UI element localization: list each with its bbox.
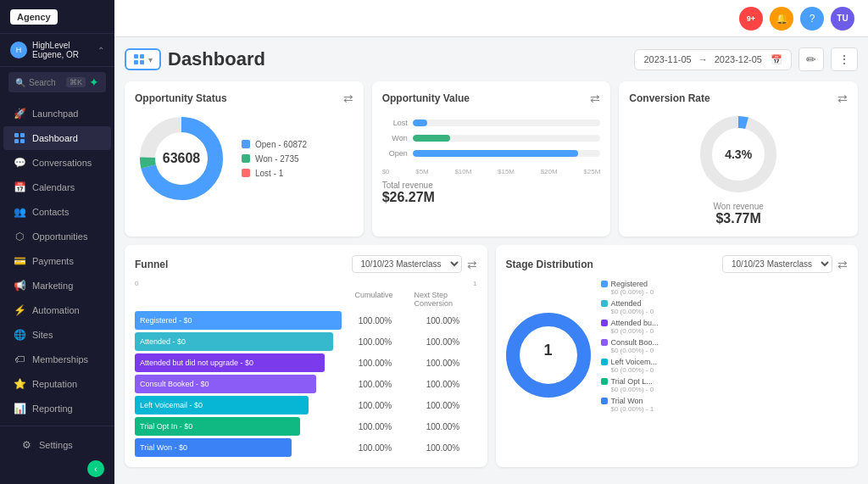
legend-label: Attended (611, 299, 654, 308)
sidebar-item-memberships[interactable]: 🏷 Memberships (3, 348, 111, 371)
edit-button[interactable]: ✏ (798, 47, 824, 71)
top-cards-row: Opportunity Status ⇄ 63608 (125, 81, 858, 236)
bar-fill-lost (413, 120, 428, 126)
sidebar-item-reporting[interactable]: 📊 Reporting (3, 397, 111, 420)
funnel-controls: 10/10/23 Masterclass ⇄ (352, 255, 477, 273)
legend-dot (601, 359, 608, 365)
conversations-icon: 💬 (14, 157, 25, 169)
sidebar-item-conversations[interactable]: 💬 Conversations (3, 151, 111, 175)
funnel-row-6: Trial Won - $0 100.00% 100.00% (135, 438, 477, 457)
settings-icon: ⚙ (20, 439, 32, 451)
value-footer: Total revenue $26.27M (382, 181, 601, 205)
opp-status-content: 63608 Open - 60872 Won - 2735 (135, 112, 353, 205)
notifications-button[interactable]: 9+ (739, 7, 763, 31)
opportunity-value-card: Opportunity Value ⇄ Lost Won (372, 81, 611, 236)
stage-controls: 10/10/23 Masterclass ⇄ (722, 255, 848, 273)
sidebar-item-marketing[interactable]: 📢 Marketing (3, 274, 111, 298)
svg-rect-2 (14, 139, 19, 143)
search-box[interactable]: 🔍 Search ⌘K ✦ (8, 72, 106, 92)
account-chevron-icon: ⌃ (97, 46, 104, 55)
funnel-bar: Left Voicemail - $0 (135, 396, 309, 414)
svg-rect-4 (134, 54, 138, 58)
sidebar-item-label: Launchpad (32, 108, 78, 119)
legend-sub: $0 (0.00%) - 0 (611, 386, 654, 393)
sidebar-item-settings[interactable]: ⚙ Settings (10, 433, 104, 457)
dashboard-view-toggle[interactable]: ▾ (125, 48, 161, 70)
sidebar-item-dashboard[interactable]: Dashboard (3, 126, 111, 150)
filter-icon[interactable]: ⇄ (343, 92, 353, 105)
funnel-table-header: Cumulative Next Step Conversion (135, 291, 477, 308)
card-title: Opportunity Value (382, 92, 470, 104)
sidebar-item-opportunities[interactable]: ⬡ Opportunities (3, 225, 111, 248)
funnel-row-3: Consult Booked - $0 100.00% 100.00% (135, 375, 477, 393)
sidebar-item-payments[interactable]: 💳 Payments (3, 249, 111, 273)
legend-dot (601, 281, 608, 287)
sidebar-item-label: Reporting (32, 403, 73, 414)
legend-item-3: Consult Boo... $0 (0.00%) - 0 (601, 338, 659, 354)
calendars-icon: 📅 (14, 181, 25, 193)
x-label-1: $5M (415, 168, 429, 175)
scale-end: 1 (473, 280, 476, 287)
stage-title: Stage Distribution (506, 259, 593, 270)
legend-sub: $0 (0.00%) - 0 (611, 366, 658, 374)
sidebar-search-area: 🔍 Search ⌘K ✦ (0, 67, 114, 97)
sidebar-item-contacts[interactable]: 👥 Contacts (3, 200, 111, 224)
card-header: Opportunity Status ⇄ (135, 92, 353, 105)
help-button[interactable]: ? (800, 7, 824, 31)
sidebar-item-launchpad[interactable]: 🚀 Launchpad (3, 102, 111, 125)
account-info: H HighLevel Eugene, OR (10, 41, 79, 59)
expand-collapse-button[interactable]: ‹ (87, 460, 104, 477)
sidebar-item-label: Payments (32, 256, 74, 266)
stage-center-label: 1 (543, 341, 552, 359)
funnel-select[interactable]: 10/10/23 Masterclass (352, 255, 462, 273)
opportunities-icon: ⬡ (14, 231, 25, 242)
legend-label-open: Open - 60872 (255, 140, 307, 149)
conversion-rate-label: 4.3% (725, 147, 752, 161)
bar-label-lost: Lost (382, 119, 408, 127)
legend-label: Consult Boo... (611, 338, 659, 347)
legend-label-won: Won - 2735 (255, 154, 299, 164)
bell-button[interactable]: 🔔 (770, 7, 793, 31)
card-header: Opportunity Value ⇄ (382, 92, 601, 105)
legend-dot-won (242, 154, 250, 163)
svg-rect-5 (140, 54, 144, 58)
stage-select[interactable]: 10/10/23 Masterclass (722, 255, 832, 273)
legend-item-open: Open - 60872 (242, 140, 307, 149)
bar-track (413, 135, 601, 142)
horizontal-bar-chart: Lost Won Open (382, 112, 601, 164)
sidebar-item-label: Dashboard (32, 133, 78, 143)
filter-icon[interactable]: ⇄ (590, 92, 600, 105)
legend-sub: $0 (0.00%) - 0 (611, 288, 654, 296)
dashboard-content: ▾ Dashboard 2023-11-05 → 2023-12-05 📅 ✏ … (114, 37, 868, 484)
user-menu-button[interactable]: TU (831, 7, 854, 31)
bar-label-won: Won (382, 134, 408, 142)
sidebar-item-label: Memberships (32, 354, 88, 364)
filter-icon[interactable]: ⇄ (837, 92, 848, 105)
funnel-cumulative: 100.00% (342, 337, 409, 347)
filter-icon[interactable]: ⇄ (467, 258, 477, 271)
funnel-bar: Trial Opt In - $0 (135, 417, 300, 436)
legend-item-6: Trial Won $0 (0.00%) - 1 (601, 397, 659, 413)
more-options-button[interactable]: ⋮ (831, 47, 858, 71)
sidebar-item-label: Opportunities (32, 231, 87, 242)
legend-dot (601, 378, 608, 385)
stage-donut: 1 (506, 304, 591, 389)
sidebar-item-calendars[interactable]: 📅 Calendars (3, 175, 111, 199)
bar-row-won: Won (382, 134, 601, 142)
memberships-icon: 🏷 (14, 353, 25, 365)
sidebar-account[interactable]: H HighLevel Eugene, OR ⌃ (0, 34, 114, 67)
sidebar-item-sites[interactable]: 🌐 Sites (3, 323, 111, 347)
stage-legend: Registered $0 (0.00%) - 0 Attended $0 (0… (601, 280, 659, 413)
sidebar-footer[interactable]: ⚙ Settings ‹ (0, 426, 114, 484)
bar-fill-won (413, 135, 450, 142)
legend: Open - 60872 Won - 2735 Lost - 1 (242, 140, 307, 178)
date-range-picker[interactable]: 2023-11-05 → 2023-12-05 📅 (634, 49, 792, 70)
svg-rect-7 (140, 60, 144, 64)
funnel-bar: Attended - $0 (135, 332, 333, 351)
filter-icon[interactable]: ⇄ (837, 258, 848, 271)
sidebar-item-automation[interactable]: ⚡ Automation (3, 298, 111, 322)
sidebar-item-reputation[interactable]: ⭐ Reputation (3, 372, 111, 396)
bar-row-open: Open (382, 149, 601, 158)
bell-icon: 🔔 (776, 13, 788, 25)
dashboard-header: ▾ Dashboard 2023-11-05 → 2023-12-05 📅 ✏ … (125, 47, 858, 71)
